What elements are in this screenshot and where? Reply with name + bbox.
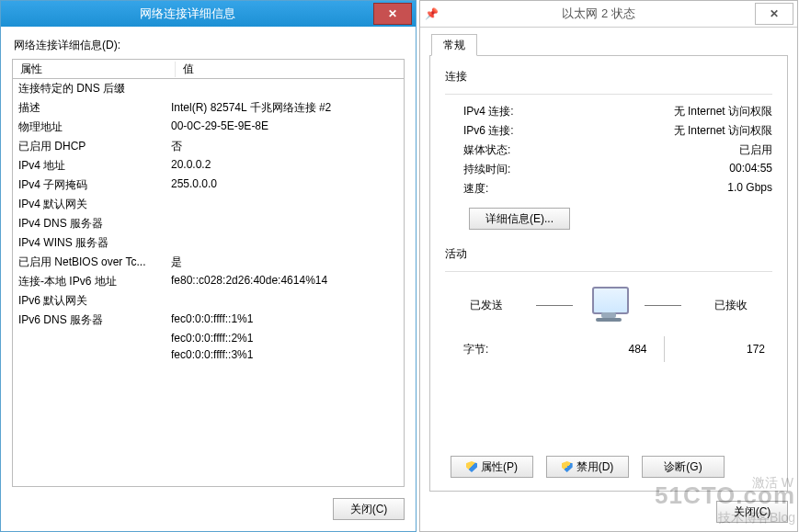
connection-group: 连接 IPv4 连接:无 Internet 访问权限IPv6 连接:无 Inte…	[445, 69, 772, 230]
ethernet-status-window: 📌 以太网 2 状态 ✕ 常规 连接 IPv4 连接:无 Internet 访问…	[419, 0, 798, 532]
property-name	[13, 332, 166, 345]
header-property[interactable]: 属性	[13, 62, 176, 77]
connection-key: IPv4 连接:	[463, 104, 514, 119]
connection-row: IPv4 连接:无 Internet 访问权限	[445, 102, 772, 121]
property-name: IPv4 WINS 服务器	[13, 235, 166, 251]
diagnose-button[interactable]: 诊断(G)	[642, 456, 725, 478]
property-value	[166, 81, 404, 96]
tab-strip: 常规	[429, 33, 788, 56]
property-list[interactable]: 连接特定的 DNS 后缀描述Intel(R) 82574L 千兆网络连接 #2物…	[12, 79, 405, 487]
property-name: 连接-本地 IPv6 地址	[13, 274, 166, 289]
details-button[interactable]: 详细信息(E)...	[469, 208, 570, 230]
connection-value: 00:04:55	[729, 162, 772, 177]
property-name: IPv4 子网掩码	[13, 177, 166, 193]
property-value	[166, 197, 404, 212]
property-row[interactable]: 连接特定的 DNS 后缀	[13, 79, 404, 98]
connection-title: 连接	[445, 69, 772, 85]
button-row: 属性(P) 禁用(D) 诊断(G)	[445, 448, 772, 478]
properties-button[interactable]: 属性(P)	[451, 456, 533, 478]
property-row[interactable]: IPv4 地址20.0.0.2	[13, 156, 404, 175]
network-details-window: 网络连接详细信息 ✕ 网络连接详细信息(D): 属性 值 连接特定的 DNS 后…	[0, 0, 417, 532]
close-icon: ✕	[388, 7, 397, 20]
connection-value: 无 Internet 访问权限	[674, 104, 772, 119]
property-value: 否	[166, 139, 404, 154]
properties-label: 属性(P)	[481, 459, 518, 475]
diagnose-label: 诊断(G)	[664, 459, 702, 475]
sent-label: 已发送	[450, 298, 523, 313]
connection-row: 媒体状态:已启用	[445, 141, 772, 160]
property-name: IPv4 地址	[13, 158, 166, 174]
tab-body: 连接 IPv4 连接:无 Internet 访问权限IPv6 连接:无 Inte…	[429, 56, 788, 492]
property-row[interactable]: IPv6 默认网关	[13, 291, 404, 311]
connection-row: IPv6 连接:无 Internet 访问权限	[445, 121, 772, 141]
property-name: IPv4 DNS 服务器	[13, 216, 166, 232]
activity-visual: 已发送 已接收	[445, 287, 772, 323]
recv-bytes: 172	[674, 343, 773, 356]
disable-button[interactable]: 禁用(D)	[546, 456, 629, 478]
property-name: 物理地址	[13, 119, 166, 135]
property-name: IPv4 默认网关	[13, 197, 166, 212]
property-value: 20.0.0.2	[166, 158, 404, 174]
connection-row: 持续时间:00:04:55	[445, 160, 772, 179]
property-name	[13, 348, 166, 361]
property-value	[166, 293, 404, 309]
bottom-bar: 关闭(C)	[429, 492, 788, 523]
connection-value: 已启用	[739, 142, 772, 158]
property-name: IPv6 DNS 服务器	[13, 312, 166, 328]
bytes-row: 字节: 484 172	[445, 334, 772, 364]
property-value: 是	[166, 255, 404, 270]
divider	[664, 336, 665, 362]
sent-bytes: 484	[555, 343, 655, 356]
titlebar[interactable]: 网络连接详细信息 ✕	[1, 1, 416, 27]
property-value: 255.0.0.0	[166, 177, 404, 193]
property-value: 00-0C-29-5E-9E-8E	[166, 119, 404, 135]
property-row[interactable]: fec0:0:0:ffff::2%1	[13, 330, 404, 346]
property-row[interactable]: IPv4 子网掩码255.0.0.0	[13, 175, 404, 195]
property-row[interactable]: 物理地址00-0C-29-5E-9E-8E	[13, 118, 404, 137]
connection-row: 速度:1.0 Gbps	[445, 179, 772, 198]
disable-label: 禁用(D)	[576, 459, 614, 475]
property-value: fe80::c028:2d26:40de:4614%14	[166, 274, 404, 289]
property-row[interactable]: IPv6 DNS 服务器fec0:0:0:ffff::1%1	[13, 311, 404, 330]
connection-key: 媒体状态:	[463, 142, 510, 158]
close-dialog-button[interactable]: 关闭(C)	[333, 498, 405, 520]
tab-general[interactable]: 常规	[431, 34, 477, 56]
window-title: 以太网 2 状态	[442, 6, 755, 22]
activity-title: 活动	[445, 246, 772, 262]
property-value	[166, 216, 404, 232]
titlebar[interactable]: 📌 以太网 2 状态 ✕	[420, 1, 797, 28]
connection-value: 1.0 Gbps	[727, 181, 772, 197]
property-value: fec0:0:0:ffff::3%1	[166, 348, 404, 361]
close-icon: ✕	[770, 7, 779, 20]
property-row[interactable]: 已启用 DHCP否	[13, 137, 404, 156]
property-row[interactable]: IPv4 DNS 服务器	[13, 214, 404, 233]
property-row[interactable]: fec0:0:0:ffff::3%1	[13, 346, 404, 363]
property-row[interactable]: 连接-本地 IPv6 地址fe80::c028:2d26:40de:4614%1…	[13, 272, 404, 291]
dash-icon	[645, 305, 681, 306]
shield-icon	[466, 461, 477, 472]
client-area: 常规 连接 IPv4 连接:无 Internet 访问权限IPv6 连接:无 I…	[420, 28, 797, 532]
computer-icon	[586, 287, 632, 323]
property-row[interactable]: IPv4 WINS 服务器	[13, 233, 404, 253]
client-area: 网络连接详细信息(D): 属性 值 连接特定的 DNS 后缀描述Intel(R)…	[1, 27, 416, 531]
property-name: IPv6 默认网关	[13, 293, 166, 309]
header-value[interactable]: 值	[176, 62, 201, 77]
property-value	[166, 235, 404, 251]
close-button[interactable]: ✕	[755, 3, 793, 25]
property-value: Intel(R) 82574L 千兆网络连接 #2	[166, 100, 404, 116]
property-name: 已启用 DHCP	[13, 139, 166, 154]
property-row[interactable]: 描述Intel(R) 82574L 千兆网络连接 #2	[13, 98, 404, 118]
property-row[interactable]: 已启用 NetBIOS over Tc...是	[13, 253, 404, 272]
close-dialog-button[interactable]: 关闭(C)	[716, 501, 788, 523]
connection-key: 持续时间:	[463, 162, 510, 177]
property-row[interactable]: IPv4 默认网关	[13, 195, 404, 214]
dash-icon	[536, 305, 573, 306]
connection-key: 速度:	[463, 181, 488, 197]
list-label: 网络连接详细信息(D):	[14, 38, 405, 53]
window-title: 网络连接详细信息	[1, 6, 373, 22]
separator	[445, 271, 772, 272]
property-name: 已启用 NetBIOS over Tc...	[13, 255, 166, 270]
property-header: 属性 值	[12, 59, 405, 79]
property-name: 连接特定的 DNS 后缀	[13, 81, 166, 96]
close-button[interactable]: ✕	[373, 3, 412, 25]
